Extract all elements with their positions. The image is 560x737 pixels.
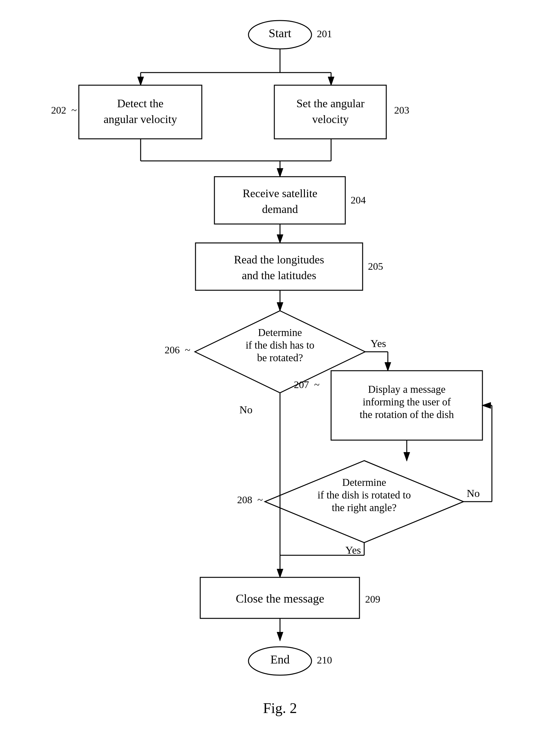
svg-text:~: ~: [71, 104, 77, 116]
ref-206: 206: [165, 344, 180, 355]
svg-text:if the dish is rotated to: if the dish is rotated to: [318, 489, 411, 501]
set-label: Set the angular: [296, 97, 365, 110]
svg-text:~: ~: [257, 494, 263, 506]
yes1-label: Yes: [370, 337, 386, 349]
determine1-label: Determine: [258, 327, 302, 338]
svg-text:be rotated?: be rotated?: [257, 352, 303, 363]
ref-210: 210: [317, 654, 332, 666]
read-node: [195, 243, 363, 290]
svg-text:if the dish has to: if the dish has to: [246, 339, 314, 351]
ref-203: 203: [394, 104, 409, 116]
detect-label: Detect the: [117, 97, 164, 110]
display-label: Display a message: [368, 384, 446, 395]
ref-209: 209: [365, 594, 380, 605]
svg-text:and the latitudes: and the latitudes: [242, 269, 316, 282]
set-node: [274, 85, 386, 139]
end-label: End: [270, 653, 289, 666]
ref-201: 201: [317, 28, 332, 39]
read-label: Read the longitudes: [234, 253, 324, 266]
ref-208: 208: [237, 494, 252, 506]
flowchart-diagram: Start 201 Detect the angular velocity 20…: [0, 0, 560, 737]
figure-caption: Fig. 2: [263, 700, 297, 716]
svg-text:the rotation of the dish: the rotation of the dish: [360, 409, 454, 420]
detect-node: [79, 85, 202, 139]
determine2-label: Determine: [342, 477, 386, 488]
yes2-label: Yes: [345, 544, 361, 556]
receive-label: Receive satellite: [243, 187, 318, 200]
no2-label: No: [467, 488, 480, 499]
svg-text:the right angle?: the right angle?: [332, 502, 396, 513]
svg-text:demand: demand: [262, 203, 298, 215]
svg-text:informing the user of: informing the user of: [363, 396, 451, 408]
ref-205: 205: [368, 260, 383, 272]
close-label: Close the message: [236, 592, 324, 605]
receive-node: [214, 177, 345, 224]
svg-text:angular velocity: angular velocity: [104, 113, 177, 126]
ref-202: 202: [51, 104, 66, 116]
start-label: Start: [269, 26, 291, 40]
ref-204: 204: [351, 194, 366, 206]
determine2-node: [265, 461, 464, 543]
ref-207: 207: [294, 379, 309, 390]
svg-text:~: ~: [185, 344, 190, 355]
no1-label: No: [239, 404, 253, 416]
svg-text:~: ~: [314, 379, 319, 390]
svg-text:velocity: velocity: [312, 113, 349, 126]
